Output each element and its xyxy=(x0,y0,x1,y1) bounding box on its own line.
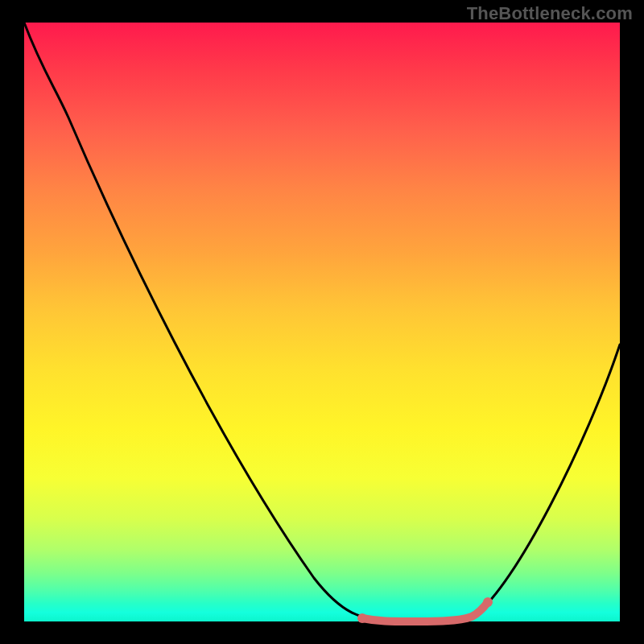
highlight-start-dot xyxy=(357,613,367,623)
watermark-text: TheBottleneck.com xyxy=(467,3,633,24)
bottleneck-curve xyxy=(24,23,620,620)
highlight-end-dot xyxy=(483,597,493,607)
chart-root: TheBottleneck.com xyxy=(0,0,644,644)
curve-layer xyxy=(24,23,620,621)
highlight-segment xyxy=(362,602,488,621)
plot-area xyxy=(24,23,620,621)
